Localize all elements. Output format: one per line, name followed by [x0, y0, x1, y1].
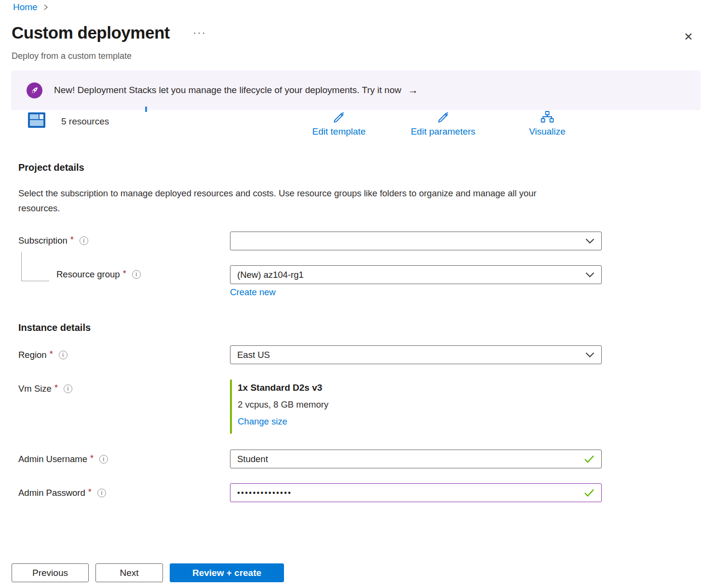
edit-template-button[interactable]: Edit template: [312, 110, 366, 137]
admin-username-input[interactable]: Student: [230, 450, 602, 468]
banner-text: New! Deployment Stacks let you manage th…: [54, 85, 401, 96]
close-icon[interactable]: ✕: [681, 29, 696, 44]
project-details-description: Select the subscription to manage deploy…: [18, 186, 573, 216]
subscription-label-row: Subscription * i: [18, 235, 88, 246]
next-button[interactable]: Next: [95, 563, 163, 582]
visualize-button[interactable]: Visualize: [529, 110, 566, 137]
resource-group-value: (New) az104-rg1: [237, 270, 304, 280]
region-label: Region: [18, 350, 47, 360]
info-icon[interactable]: i: [132, 270, 141, 279]
deployment-stacks-banner[interactable]: New! Deployment Stacks let you manage th…: [11, 70, 701, 110]
vm-size-summary: 1x Standard D2s v3 2 vcpus, 8 GB memory …: [230, 380, 328, 434]
resource-group-dropdown[interactable]: (New) az104-rg1: [230, 265, 602, 284]
vm-size-detail: 2 vcpus, 8 GB memory: [238, 399, 328, 410]
vm-size-label: Vm Size: [18, 383, 52, 394]
chevron-down-icon: [585, 352, 594, 358]
template-resources-icon: [27, 111, 46, 129]
title-row: Custom deployment ···: [12, 23, 206, 42]
org-chart-icon: [540, 110, 554, 124]
info-icon[interactable]: i: [99, 455, 108, 464]
chevron-down-icon: [585, 272, 594, 278]
create-new-link[interactable]: Create new: [230, 287, 276, 298]
region-value: East US: [237, 350, 270, 360]
edit-template-label: Edit template: [312, 126, 366, 137]
clipped-ui-fragment: [145, 107, 147, 112]
checkmark-icon: [584, 455, 594, 463]
resource-count: 5 resources: [61, 116, 109, 127]
admin-password-label-row: Admin Password * i: [18, 488, 106, 498]
page-title: Custom deployment: [12, 23, 170, 42]
region-label-row: Region * i: [18, 350, 68, 360]
required-asterisk: *: [88, 487, 92, 497]
required-asterisk: *: [90, 453, 94, 464]
info-icon[interactable]: i: [80, 236, 88, 245]
resource-group-label-row: Resource group * i: [56, 269, 141, 280]
rocket-icon: [27, 82, 42, 98]
vm-size-accent-bar: [230, 380, 232, 434]
visualize-label: Visualize: [529, 126, 566, 137]
subscription-label: Subscription: [18, 235, 68, 246]
edit-parameters-label: Edit parameters: [411, 126, 475, 137]
more-options-icon[interactable]: ···: [193, 30, 206, 35]
previous-button[interactable]: Previous: [12, 563, 89, 582]
review-create-button[interactable]: Review + create: [170, 563, 284, 582]
pencil-icon: [332, 110, 346, 124]
instance-details-heading: Instance details: [18, 322, 91, 333]
admin-username-value: Student: [237, 454, 268, 465]
resource-group-label: Resource group: [56, 269, 120, 280]
info-icon[interactable]: i: [97, 489, 106, 497]
field-connector-line: [21, 252, 49, 281]
arrow-right-icon: →: [408, 84, 418, 96]
region-dropdown[interactable]: East US: [230, 345, 602, 364]
project-details-heading: Project details: [18, 162, 84, 173]
checkmark-icon: [584, 489, 594, 497]
pencil-icon: [436, 110, 450, 124]
info-icon[interactable]: i: [64, 384, 72, 393]
admin-username-label: Admin Username: [18, 454, 87, 465]
custom-deployment-page: Home Custom deployment ··· ✕ Deploy from…: [0, 0, 702, 588]
breadcrumb-home-link[interactable]: Home: [13, 2, 38, 13]
admin-password-input[interactable]: ••••••••••••••: [230, 483, 602, 502]
vm-size-title: 1x Standard D2s v3: [238, 383, 328, 393]
required-asterisk: *: [70, 235, 74, 245]
chevron-right-icon: [42, 4, 49, 11]
admin-username-label-row: Admin Username * i: [18, 454, 108, 465]
required-asterisk: *: [50, 349, 53, 359]
page-subtitle: Deploy from a custom template: [12, 51, 132, 61]
breadcrumb: Home: [13, 2, 49, 13]
admin-password-value: ••••••••••••••: [237, 489, 292, 497]
required-asterisk: *: [54, 383, 58, 393]
required-asterisk: *: [123, 269, 126, 279]
chevron-down-icon: [585, 238, 594, 244]
edit-parameters-button[interactable]: Edit parameters: [411, 110, 475, 137]
info-icon[interactable]: i: [59, 351, 68, 359]
change-size-link[interactable]: Change size: [238, 416, 287, 427]
vm-size-label-row: Vm Size * i: [18, 383, 72, 394]
subscription-dropdown[interactable]: [230, 232, 602, 250]
admin-password-label: Admin Password: [18, 488, 85, 498]
